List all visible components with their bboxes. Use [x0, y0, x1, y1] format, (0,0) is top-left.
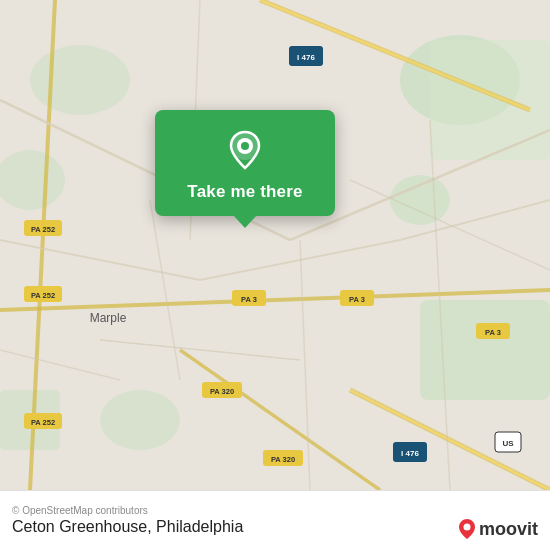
moovit-pin-icon	[458, 518, 476, 540]
svg-text:PA 320: PA 320	[210, 387, 234, 396]
moovit-logo: moovit	[458, 518, 538, 540]
location-pin-icon	[223, 128, 267, 172]
svg-point-54	[463, 524, 470, 531]
svg-point-6	[100, 390, 180, 450]
svg-text:Marple: Marple	[90, 311, 127, 325]
svg-text:PA 3: PA 3	[485, 328, 501, 337]
svg-text:PA 3: PA 3	[241, 295, 257, 304]
svg-text:PA 252: PA 252	[31, 291, 55, 300]
svg-text:PA 3: PA 3	[349, 295, 365, 304]
svg-text:I 476: I 476	[401, 449, 419, 458]
svg-text:PA 320: PA 320	[271, 455, 295, 464]
svg-rect-8	[430, 40, 550, 160]
svg-text:I 476: I 476	[297, 53, 315, 62]
popup-card[interactable]: Take me there	[155, 110, 335, 216]
svg-text:PA 252: PA 252	[31, 225, 55, 234]
svg-point-4	[30, 45, 130, 115]
svg-rect-3	[420, 300, 550, 400]
svg-point-2	[390, 175, 450, 225]
map-container: I 476 PA 252 PA 252 PA 252 PA 3 PA 3 PA …	[0, 0, 550, 490]
svg-point-53	[241, 142, 249, 150]
svg-text:US: US	[502, 439, 514, 448]
map-background: I 476 PA 252 PA 252 PA 252 PA 3 PA 3 PA …	[0, 0, 550, 490]
moovit-text: moovit	[479, 519, 538, 540]
take-me-there-button[interactable]: Take me there	[187, 182, 302, 202]
map-attribution: © OpenStreetMap contributors	[12, 505, 538, 516]
bottom-bar: © OpenStreetMap contributors Ceton Green…	[0, 490, 550, 550]
svg-text:PA 252: PA 252	[31, 418, 55, 427]
